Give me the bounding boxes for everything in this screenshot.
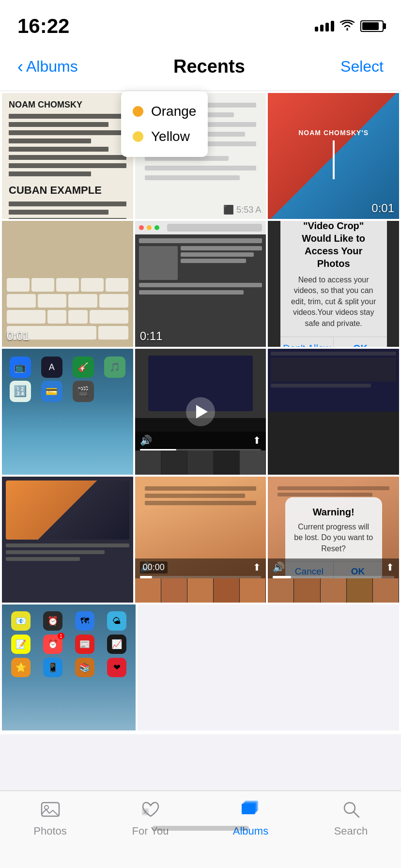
volume-icon: 🔊 [140, 434, 152, 446]
svg-point-1 [45, 806, 48, 809]
duration-badge: 0:11 [140, 329, 163, 343]
battery-icon [360, 20, 384, 32]
search-icon [340, 799, 362, 822]
color-dot-yellow [133, 131, 143, 142]
export-icon: ⬆ [253, 434, 261, 446]
time-badge: 00:00 [140, 561, 168, 574]
warning-title: Warning! [293, 507, 374, 518]
albums-icon [240, 799, 262, 822]
list-item[interactable] [2, 477, 133, 603]
color-label-yellow: Yellow [151, 129, 190, 144]
nav-bar: ‹ Albums Recents Select [0, 43, 401, 91]
duration-badge: 0:01 [371, 202, 394, 215]
timestamp-badge: ⬛ 5:53 A [223, 204, 261, 215]
dialog-message: Need to access your videos, so that you … [290, 275, 377, 329]
access-dialog: "Video Crop" Would Like to Access Your P… [280, 221, 387, 347]
home-indicator [152, 826, 249, 831]
warning-message: Current progress will be lost. Do you wa… [293, 522, 374, 554]
export-icon: ⬆ [253, 561, 261, 573]
for-you-icon [140, 799, 161, 822]
grid-row: 0:01 [2, 221, 399, 347]
svg-rect-8 [242, 804, 255, 814]
select-button[interactable]: Select [340, 58, 384, 76]
dialog-ok-button[interactable]: OK [334, 337, 387, 347]
duration-badge: 0:01 [7, 329, 30, 343]
color-option-yellow[interactable]: Yellow [133, 124, 196, 149]
svg-line-10 [354, 812, 359, 817]
video-controls: 🔊 ⬆ [135, 432, 266, 475]
list-item[interactable]: "Video Crop" Would Like to Access Your P… [268, 221, 399, 347]
play-icon [196, 405, 208, 418]
chevron-left-icon: ‹ [17, 57, 23, 77]
color-option-orange[interactable]: Orange [133, 99, 196, 124]
color-dot-orange [133, 106, 143, 117]
dialog-title: "Video Crop" Would Like to Access Your P… [290, 221, 377, 270]
svg-rect-2 [142, 808, 149, 815]
list-item[interactable]: 🔊 ⬆ 00:00 [135, 477, 266, 603]
list-item[interactable]: Noam Chomsky's 0:01 [268, 93, 399, 219]
dialog-buttons: Don't Allow OK [280, 337, 387, 347]
status-bar: 16:22 [0, 0, 401, 43]
export-icon: ⬆ [386, 561, 394, 573]
list-item[interactable] [268, 349, 399, 475]
volume-icon: 🔊 [273, 561, 285, 573]
tab-albums[interactable]: Albums [200, 799, 301, 837]
tab-search[interactable]: Search [301, 799, 401, 837]
list-item[interactable]: 0:01 [2, 221, 133, 347]
status-time: 16:22 [17, 15, 69, 38]
video-controls: 🔊 ⬆ [268, 558, 399, 603]
grid-row: 📺 A 🎸 🎵 🔢 [2, 349, 399, 475]
color-label-orange: Orange [151, 104, 196, 119]
tab-for-you[interactable]: For You [100, 799, 200, 837]
color-picker-dropdown: Orange Yellow [121, 91, 208, 157]
list-item[interactable]: NOAM CHOMSKY CUBAN EXAMPLE [2, 93, 133, 219]
empty-grid-cell [138, 604, 399, 730]
dialog-dont-allow-button[interactable]: Don't Allow [280, 337, 334, 347]
tab-photos-label: Photos [33, 825, 67, 837]
list-item[interactable]: 🔊 ⬆ [135, 349, 266, 475]
video-thumbnail-strip [135, 450, 266, 475]
photos-icon [40, 799, 61, 822]
tab-search-label: Search [334, 825, 368, 837]
wifi-icon [340, 18, 355, 34]
play-button[interactable] [186, 397, 215, 426]
list-item[interactable]: 0:11 [135, 221, 266, 347]
list-item[interactable]: Warning! Current progress will be lost. … [268, 477, 399, 603]
tab-photos[interactable]: Photos [0, 799, 100, 837]
list-item[interactable]: 📧 ⏰ 🗺 🌤 [2, 604, 136, 730]
list-item[interactable]: 📺 A 🎸 🎵 🔢 [2, 349, 133, 475]
photo-grid: NOAM CHOMSKY CUBAN EXAMPLE [0, 91, 401, 734]
grid-row: 📧 ⏰ 🗺 🌤 [2, 604, 399, 730]
page-title: Recents [173, 56, 245, 77]
status-icons [315, 18, 384, 34]
signal-icon [315, 21, 334, 31]
back-label: Albums [26, 58, 78, 76]
back-button[interactable]: ‹ Albums [17, 57, 78, 77]
grid-row: 🔊 ⬆ 00:00 [2, 477, 399, 603]
